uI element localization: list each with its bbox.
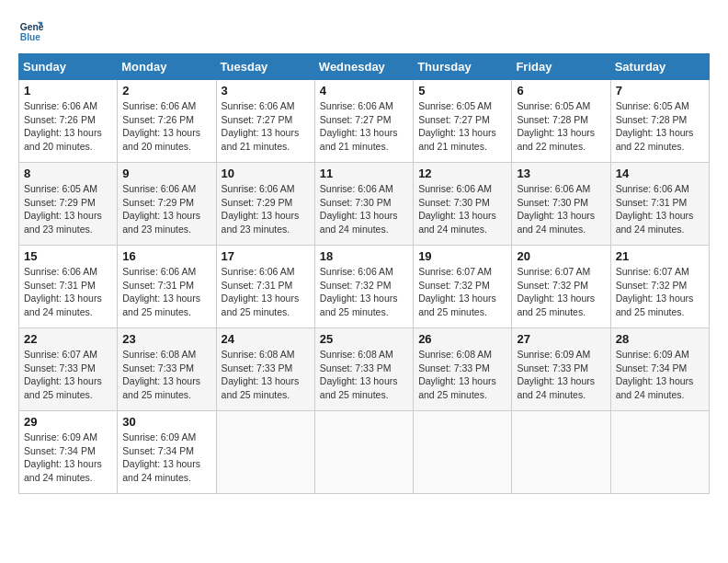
calendar-cell bbox=[314, 411, 413, 494]
calendar-cell: 11Sunrise: 6:06 AMSunset: 7:30 PMDayligh… bbox=[314, 163, 413, 246]
day-number: 21 bbox=[616, 249, 704, 263]
day-number: 30 bbox=[122, 415, 210, 429]
day-number: 1 bbox=[24, 84, 112, 98]
calendar-cell: 20Sunrise: 6:07 AMSunset: 7:32 PMDayligh… bbox=[512, 246, 610, 328]
calendar-week-row: 8Sunrise: 6:05 AMSunset: 7:29 PMDaylight… bbox=[19, 163, 710, 246]
day-number: 2 bbox=[122, 84, 210, 98]
day-info: Sunrise: 6:06 AMSunset: 7:27 PMDaylight:… bbox=[222, 99, 310, 154]
weekday-header-saturday: Saturday bbox=[610, 54, 709, 80]
day-info: Sunrise: 6:05 AMSunset: 7:27 PMDaylight:… bbox=[418, 99, 506, 154]
day-info: Sunrise: 6:06 AMSunset: 7:29 PMDaylight:… bbox=[222, 182, 310, 236]
calendar-cell: 28Sunrise: 6:09 AMSunset: 7:34 PMDayligh… bbox=[610, 328, 709, 411]
day-number: 9 bbox=[122, 167, 210, 180]
day-info: Sunrise: 6:08 AMSunset: 7:33 PMDaylight:… bbox=[418, 348, 506, 402]
day-number: 11 bbox=[320, 167, 408, 180]
weekday-header-friday: Friday bbox=[512, 54, 610, 80]
day-number: 26 bbox=[418, 332, 506, 346]
day-number: 17 bbox=[222, 249, 310, 263]
logo-icon: General Blue bbox=[18, 18, 44, 44]
day-info: Sunrise: 6:05 AMSunset: 7:29 PMDaylight:… bbox=[24, 182, 112, 236]
calendar-cell: 3Sunrise: 6:06 AMSunset: 7:27 PMDaylight… bbox=[216, 80, 314, 163]
day-info: Sunrise: 6:08 AMSunset: 7:33 PMDaylight:… bbox=[122, 348, 210, 402]
calendar-cell bbox=[414, 411, 512, 494]
day-number: 28 bbox=[616, 332, 704, 346]
calendar-cell: 19Sunrise: 6:07 AMSunset: 7:32 PMDayligh… bbox=[414, 246, 512, 328]
calendar-cell: 4Sunrise: 6:06 AMSunset: 7:27 PMDaylight… bbox=[314, 80, 413, 163]
weekday-header-wednesday: Wednesday bbox=[314, 54, 413, 80]
day-number: 24 bbox=[222, 332, 310, 346]
day-number: 15 bbox=[24, 249, 112, 263]
day-number: 12 bbox=[418, 167, 506, 180]
day-number: 27 bbox=[517, 332, 605, 346]
day-number: 19 bbox=[418, 249, 506, 263]
day-number: 8 bbox=[24, 167, 112, 180]
calendar-week-row: 29Sunrise: 6:09 AMSunset: 7:34 PMDayligh… bbox=[19, 411, 710, 494]
day-info: Sunrise: 6:09 AMSunset: 7:33 PMDaylight:… bbox=[517, 348, 605, 402]
day-info: Sunrise: 6:06 AMSunset: 7:31 PMDaylight:… bbox=[24, 265, 112, 319]
calendar-cell: 10Sunrise: 6:06 AMSunset: 7:29 PMDayligh… bbox=[216, 163, 314, 246]
day-info: Sunrise: 6:06 AMSunset: 7:29 PMDaylight:… bbox=[122, 182, 210, 236]
logo: General Blue bbox=[18, 18, 48, 44]
calendar-cell: 17Sunrise: 6:06 AMSunset: 7:31 PMDayligh… bbox=[216, 246, 314, 328]
day-number: 18 bbox=[320, 249, 408, 263]
calendar-cell: 26Sunrise: 6:08 AMSunset: 7:33 PMDayligh… bbox=[414, 328, 512, 411]
calendar-cell: 21Sunrise: 6:07 AMSunset: 7:32 PMDayligh… bbox=[610, 246, 709, 328]
calendar-cell: 29Sunrise: 6:09 AMSunset: 7:34 PMDayligh… bbox=[19, 411, 118, 494]
day-number: 25 bbox=[320, 332, 408, 346]
calendar-cell: 25Sunrise: 6:08 AMSunset: 7:33 PMDayligh… bbox=[314, 328, 413, 411]
day-info: Sunrise: 6:06 AMSunset: 7:30 PMDaylight:… bbox=[320, 182, 408, 236]
weekday-header-tuesday: Tuesday bbox=[216, 54, 314, 80]
calendar-cell: 30Sunrise: 6:09 AMSunset: 7:34 PMDayligh… bbox=[118, 411, 216, 494]
calendar-week-row: 15Sunrise: 6:06 AMSunset: 7:31 PMDayligh… bbox=[19, 246, 710, 328]
calendar-table: SundayMondayTuesdayWednesdayThursdayFrid… bbox=[18, 53, 710, 494]
day-info: Sunrise: 6:09 AMSunset: 7:34 PMDaylight:… bbox=[24, 431, 112, 485]
day-info: Sunrise: 6:06 AMSunset: 7:31 PMDaylight:… bbox=[616, 182, 704, 236]
weekday-header-thursday: Thursday bbox=[414, 54, 512, 80]
day-info: Sunrise: 6:07 AMSunset: 7:32 PMDaylight:… bbox=[616, 265, 704, 319]
calendar-cell: 18Sunrise: 6:06 AMSunset: 7:32 PMDayligh… bbox=[314, 246, 413, 328]
calendar-cell: 1Sunrise: 6:06 AMSunset: 7:26 PMDaylight… bbox=[19, 80, 118, 163]
calendar-cell: 27Sunrise: 6:09 AMSunset: 7:33 PMDayligh… bbox=[512, 328, 610, 411]
calendar-cell: 9Sunrise: 6:06 AMSunset: 7:29 PMDaylight… bbox=[118, 163, 216, 246]
day-number: 16 bbox=[122, 249, 210, 263]
calendar-cell: 16Sunrise: 6:06 AMSunset: 7:31 PMDayligh… bbox=[118, 246, 216, 328]
day-number: 13 bbox=[517, 167, 605, 180]
calendar-cell: 12Sunrise: 6:06 AMSunset: 7:30 PMDayligh… bbox=[414, 163, 512, 246]
day-number: 7 bbox=[616, 84, 704, 98]
svg-text:Blue: Blue bbox=[20, 32, 41, 42]
day-info: Sunrise: 6:06 AMSunset: 7:26 PMDaylight:… bbox=[24, 99, 112, 154]
calendar-cell: 15Sunrise: 6:06 AMSunset: 7:31 PMDayligh… bbox=[19, 246, 118, 328]
day-number: 4 bbox=[320, 84, 408, 98]
day-info: Sunrise: 6:06 AMSunset: 7:31 PMDaylight:… bbox=[222, 265, 310, 319]
day-info: Sunrise: 6:05 AMSunset: 7:28 PMDaylight:… bbox=[616, 99, 704, 154]
calendar-cell bbox=[216, 411, 314, 494]
day-info: Sunrise: 6:06 AMSunset: 7:32 PMDaylight:… bbox=[320, 265, 408, 319]
day-info: Sunrise: 6:07 AMSunset: 7:33 PMDaylight:… bbox=[24, 348, 112, 402]
day-info: Sunrise: 6:07 AMSunset: 7:32 PMDaylight:… bbox=[517, 265, 605, 319]
day-info: Sunrise: 6:06 AMSunset: 7:31 PMDaylight:… bbox=[122, 265, 210, 319]
day-info: Sunrise: 6:05 AMSunset: 7:28 PMDaylight:… bbox=[517, 99, 605, 154]
day-info: Sunrise: 6:06 AMSunset: 7:27 PMDaylight:… bbox=[320, 99, 408, 154]
day-info: Sunrise: 6:07 AMSunset: 7:32 PMDaylight:… bbox=[418, 265, 506, 319]
day-info: Sunrise: 6:08 AMSunset: 7:33 PMDaylight:… bbox=[320, 348, 408, 402]
day-info: Sunrise: 6:06 AMSunset: 7:26 PMDaylight:… bbox=[122, 99, 210, 154]
day-number: 22 bbox=[24, 332, 112, 346]
day-info: Sunrise: 6:09 AMSunset: 7:34 PMDaylight:… bbox=[122, 431, 210, 485]
day-number: 6 bbox=[517, 84, 605, 98]
day-info: Sunrise: 6:09 AMSunset: 7:34 PMDaylight:… bbox=[616, 348, 704, 402]
weekday-header-sunday: Sunday bbox=[19, 54, 118, 80]
calendar-week-row: 1Sunrise: 6:06 AMSunset: 7:26 PMDaylight… bbox=[19, 80, 710, 163]
day-info: Sunrise: 6:06 AMSunset: 7:30 PMDaylight:… bbox=[418, 182, 506, 236]
day-number: 5 bbox=[418, 84, 506, 98]
day-number: 23 bbox=[122, 332, 210, 346]
calendar-cell: 8Sunrise: 6:05 AMSunset: 7:29 PMDaylight… bbox=[19, 163, 118, 246]
day-info: Sunrise: 6:08 AMSunset: 7:33 PMDaylight:… bbox=[222, 348, 310, 402]
day-number: 3 bbox=[222, 84, 310, 98]
calendar-cell: 22Sunrise: 6:07 AMSunset: 7:33 PMDayligh… bbox=[19, 328, 118, 411]
day-number: 29 bbox=[24, 415, 112, 429]
day-number: 14 bbox=[616, 167, 704, 180]
calendar-cell: 5Sunrise: 6:05 AMSunset: 7:27 PMDaylight… bbox=[414, 80, 512, 163]
calendar-cell bbox=[512, 411, 610, 494]
calendar-cell: 24Sunrise: 6:08 AMSunset: 7:33 PMDayligh… bbox=[216, 328, 314, 411]
calendar-header-row: SundayMondayTuesdayWednesdayThursdayFrid… bbox=[19, 54, 710, 80]
